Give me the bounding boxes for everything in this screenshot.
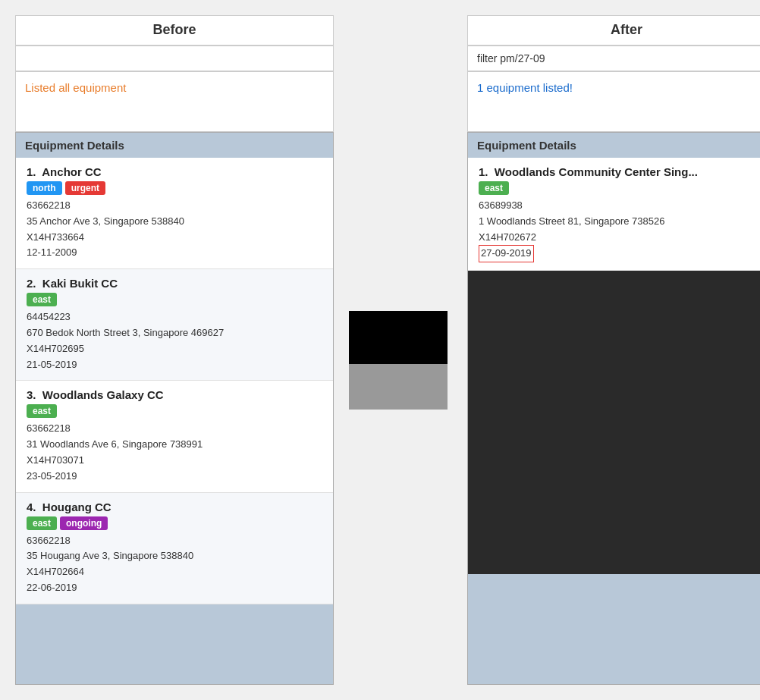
item-date: 12-11-2009 [27,245,322,261]
right-status-bar: 1 equipment listed! [467,71,760,132]
gray-box [349,364,448,410]
badge-east: east [27,293,57,306]
left-search-bar[interactable] [15,46,334,71]
item-badges: east [27,404,322,418]
item-address: 31 Woodlands Ave 6, Singapore 738991 [27,437,322,453]
item-title: 2. Kaki Bukit CC [27,277,322,290]
right-search-bar[interactable] [467,46,760,71]
item-address: 35 Anchor Ave 3, Singapore 538840 [27,214,322,230]
item-title: 4. Hougang CC [27,501,322,513]
item-code: X14H702664 [27,564,322,580]
black-overlay [468,271,760,574]
list-item: 1. Anchor CCnorthurgent6366221835 Anchor… [16,158,333,269]
item-address: 1 Woodlands Street 81, Singapore 738526 [479,214,760,230]
badge-north: north [27,181,62,195]
item-code: X14H702672 [479,230,760,246]
item-badges: east [479,181,760,195]
list-item: 4. Hougang CCeastongoing6366221835 Houga… [16,493,333,604]
item-code: X14H703071 [27,453,322,469]
item-info: 64454223670 Bedok North Street 3, Singap… [27,309,322,372]
left-status-bar: Listed all equipment [15,71,334,132]
item-info: 636899381 Woodlands Street 81, Singapore… [479,198,760,262]
left-panel: Before Listed all equipment Equipment De… [15,15,334,685]
item-badges: northurgent [27,181,322,195]
item-badges: eastongoing [27,516,322,530]
right-panel: After 1 equipment listed! Equipment Deta… [467,15,760,685]
right-status-text: 1 equipment listed! [477,81,573,94]
item-title: 1. Woodlands Community Center Sing... [479,165,760,178]
item-code: X14H733664 [27,230,322,246]
left-status-text: Listed all equipment [25,81,126,94]
item-code: X14H702695 [27,341,322,357]
item-date: 23-05-2019 [27,469,322,485]
item-title: 1. Anchor CC [27,165,322,178]
item-title: 3. Woodlands Galaxy CC [27,388,322,401]
right-equipment-section: Equipment Details 1. Woodlands Community… [467,132,760,685]
item-date: 21-05-2019 [27,357,322,373]
item-date: 27-09-2019 [479,245,760,262]
item-address: 35 Hougang Ave 3, Singapore 538840 [27,548,322,564]
badge-east: east [27,404,57,418]
list-item: 3. Woodlands Galaxy CCeast6366221831 Woo… [16,381,333,492]
badge-urgent: urgent [65,181,105,195]
badge-east: east [27,516,57,530]
item-info: 6366221835 Anchor Ave 3, Singapore 53884… [27,198,322,261]
badge-ongoing: ongoing [60,516,108,530]
right-panel-header: After [467,15,760,46]
left-equipment-list: 1. Anchor CCnorthurgent6366221835 Anchor… [16,158,333,604]
item-phone: 63662218 [27,198,322,214]
item-phone: 63662218 [27,533,322,549]
black-box [349,311,448,364]
item-address: 670 Bedok North Street 3, Singapore 4696… [27,325,322,341]
item-badges: east [27,293,322,306]
list-item: 2. Kaki Bukit CCeast64454223670 Bedok No… [16,269,333,381]
left-search-input[interactable] [25,52,324,64]
item-info: 6366221835 Hougang Ave 3, Singapore 5388… [27,533,322,596]
badge-east: east [479,181,509,195]
right-equipment-list: 1. Woodlands Community Center Sing...eas… [468,158,760,271]
right-search-input[interactable] [477,52,760,64]
left-equipment-section: Equipment Details 1. Anchor CCnorthurgen… [15,132,334,685]
item-phone: 63662218 [27,421,322,437]
left-panel-header: Before [15,15,334,46]
right-section-title: Equipment Details [468,133,760,158]
item-info: 6366221831 Woodlands Ave 6, Singapore 73… [27,421,322,484]
item-phone: 64454223 [27,309,322,325]
item-date: 22-06-2019 [27,580,322,596]
center-image [349,311,448,410]
item-phone: 63689938 [479,198,760,214]
list-item: 1. Woodlands Community Center Sing...eas… [468,158,760,271]
left-section-title: Equipment Details [16,133,333,158]
